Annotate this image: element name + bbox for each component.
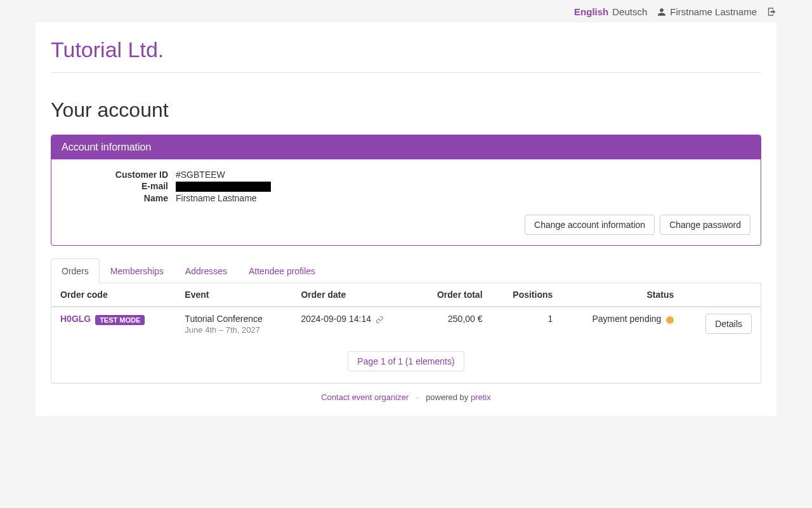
th-event: Event	[176, 283, 292, 307]
tab-memberships[interactable]: Memberships	[100, 258, 174, 283]
status-pending-icon	[666, 316, 674, 324]
info-row-customer-id: Customer ID #SGBTEEW	[62, 170, 750, 180]
th-actions	[683, 283, 761, 307]
cell-order-date: 2024-09-09 14:14	[292, 307, 414, 341]
name-value: Firstname Lastname	[176, 193, 750, 203]
panel-body: Customer ID #SGBTEEW E-mail Name Firstna…	[51, 159, 761, 245]
user-icon	[657, 8, 666, 17]
link-icon	[376, 316, 384, 324]
th-order-code: Order code	[51, 283, 176, 307]
th-positions: Positions	[492, 283, 562, 307]
powered-by-text: powered by	[426, 392, 468, 402]
tabs: Orders Memberships Addresses Attendee pr…	[51, 258, 761, 283]
user-menu[interactable]: Firstname Lastname	[657, 6, 757, 17]
change-account-info-button[interactable]: Change account information	[525, 215, 655, 235]
brand-title: Tutorial Ltd.	[51, 34, 761, 73]
th-order-total: Order total	[414, 283, 491, 307]
orders-panel: Order code Event Order date Order total …	[51, 283, 761, 384]
order-code-link[interactable]: H0GLG	[60, 314, 91, 324]
pager: Page 1 of 1 (1 elements)	[51, 341, 761, 383]
tab-orders[interactable]: Orders	[51, 258, 100, 283]
change-password-button[interactable]: Change password	[660, 215, 750, 235]
cell-order-total: 250,00 €	[414, 307, 491, 341]
pretix-link[interactable]: pretix	[471, 392, 491, 402]
footer: Contact event organizer · powered by pre…	[51, 392, 761, 402]
status-text: Payment pending	[592, 314, 661, 324]
main-container: Tutorial Ltd. Your account Account infor…	[36, 22, 776, 416]
event-name: Tutorial Conference	[185, 314, 283, 324]
account-info-panel: Account information Customer ID #SGBTEEW…	[51, 135, 761, 246]
user-name: Firstname Lastname	[670, 6, 757, 17]
customer-id-label: Customer ID	[62, 170, 176, 180]
th-status: Status	[561, 283, 683, 307]
panel-actions: Change account information Change passwo…	[62, 215, 750, 235]
topbar: English Deutsch Firstname Lastname	[0, 0, 812, 22]
lang-english[interactable]: English	[574, 6, 608, 17]
details-button[interactable]: Details	[705, 314, 752, 334]
event-dates: June 4th – 7th, 2027	[185, 325, 283, 335]
orders-table: Order code Event Order date Order total …	[51, 283, 761, 341]
panel-header: Account information	[51, 135, 761, 159]
customer-id-value: #SGBTEEW	[176, 170, 750, 180]
test-mode-badge: TEST MODE	[95, 315, 145, 325]
email-label: E-mail	[62, 181, 176, 192]
logout-icon[interactable]	[767, 7, 776, 17]
info-row-email: E-mail	[62, 181, 750, 192]
email-value	[176, 181, 750, 192]
tab-attendee-profiles[interactable]: Attendee profiles	[238, 258, 326, 283]
pager-button[interactable]: Page 1 of 1 (1 elements)	[348, 351, 464, 371]
tab-addresses[interactable]: Addresses	[174, 258, 238, 283]
cell-event: Tutorial Conference June 4th – 7th, 2027	[176, 307, 292, 341]
contact-organizer-link[interactable]: Contact event organizer	[321, 392, 409, 402]
redacted-email	[176, 182, 271, 192]
name-label: Name	[62, 193, 176, 203]
info-row-name: Name Firstname Lastname	[62, 193, 750, 203]
language-switcher: English Deutsch	[574, 6, 647, 17]
cell-order-code: H0GLG TEST MODE	[51, 307, 176, 341]
cell-actions: Details	[683, 307, 761, 341]
order-date-text: 2024-09-09 14:14	[301, 314, 371, 324]
lang-deutsch[interactable]: Deutsch	[612, 6, 647, 17]
page-title: Your account	[51, 98, 761, 122]
footer-separator: ·	[416, 392, 419, 402]
th-order-date: Order date	[292, 283, 414, 307]
table-row: H0GLG TEST MODE Tutorial Conference June…	[51, 307, 761, 341]
cell-positions: 1	[492, 307, 562, 341]
cell-status: Payment pending	[561, 307, 683, 341]
